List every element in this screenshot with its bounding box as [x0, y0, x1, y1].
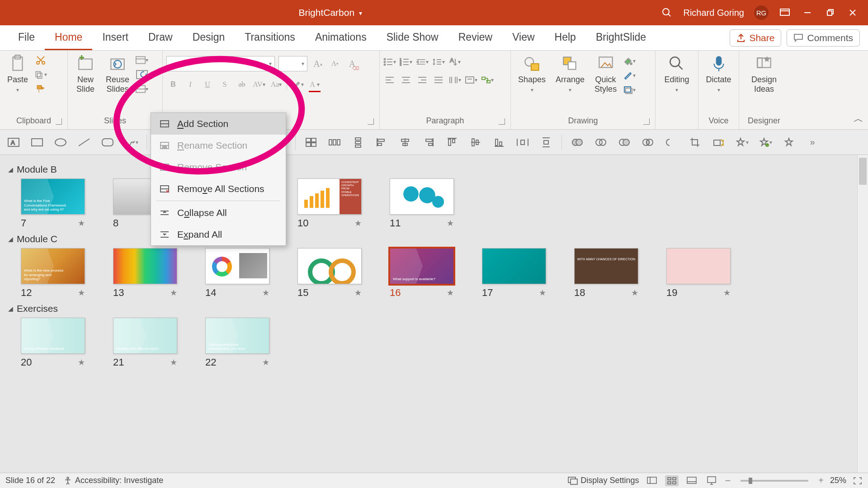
line-icon[interactable]: [76, 136, 92, 149]
dialog-launcher-icon[interactable]: [368, 118, 374, 125]
arrange-button[interactable]: Arrange▾: [552, 52, 588, 95]
decrease-font-icon[interactable]: A▾: [328, 57, 342, 70]
section-icon[interactable]: ▾: [136, 83, 148, 95]
change-case-icon[interactable]: Aa▾: [269, 78, 283, 91]
reading-view-icon[interactable]: [685, 475, 698, 486]
section-header[interactable]: ◢Module C: [8, 234, 849, 244]
line-spacing-icon[interactable]: ▾: [432, 56, 445, 68]
collapse-triangle-icon[interactable]: ◢: [8, 166, 13, 173]
italic-button[interactable]: I: [184, 78, 197, 91]
slide-sorter-view-icon[interactable]: [665, 475, 679, 486]
subtract-icon[interactable]: [663, 136, 679, 149]
bold-button[interactable]: B: [166, 78, 180, 91]
star-play-icon[interactable]: ▾: [757, 136, 774, 149]
distribute-h-icon[interactable]: [326, 136, 343, 149]
dialog-launcher-icon[interactable]: [499, 118, 505, 125]
slide-thumbnail[interactable]: What is the new process for arranging an…: [21, 248, 85, 299]
text-direction-icon[interactable]: A▾: [448, 56, 461, 68]
ctx-collapse[interactable]: Collapse All: [151, 202, 286, 224]
ctx-removeall[interactable]: Remove All Sections: [151, 178, 286, 200]
ctx-expand[interactable]: Expand All: [151, 224, 286, 245]
zoom-level[interactable]: 25%: [830, 476, 846, 485]
chevron-down-icon[interactable]: ▾: [359, 9, 362, 17]
tab-file[interactable]: File: [8, 27, 45, 50]
font-color-icon[interactable]: A▾: [308, 78, 321, 91]
align-center-icon[interactable]: [400, 74, 412, 86]
tab-slideshow[interactable]: Slide Show: [377, 27, 448, 50]
tab-home[interactable]: Home: [45, 27, 92, 50]
fragment-icon[interactable]: [616, 136, 632, 149]
dictate-button[interactable]: Dictate▾: [702, 52, 735, 95]
shapes-button[interactable]: Shapes▾: [514, 52, 549, 95]
smartart-icon[interactable]: ▾: [481, 74, 494, 86]
rounded-rect-icon[interactable]: [99, 136, 116, 149]
slide-thumbnail[interactable]: 14★: [205, 248, 269, 299]
align-middle-obj-icon[interactable]: [467, 136, 484, 149]
align-top-obj-icon[interactable]: [444, 136, 460, 149]
align-left-icon[interactable]: [383, 74, 396, 86]
numbering-icon[interactable]: 123▾: [400, 56, 412, 68]
collapse-triangle-icon[interactable]: ◢: [8, 235, 13, 243]
union-icon[interactable]: [569, 136, 585, 149]
animation-pane-icon[interactable]: [781, 136, 797, 149]
oval-icon[interactable]: [52, 136, 69, 149]
tab-help[interactable]: Help: [545, 27, 586, 50]
quick-styles-button[interactable]: Quick Styles: [591, 52, 620, 95]
slide-thumbnail[interactable]: Dealing with difficult topics21★: [113, 318, 177, 368]
animation-painter-icon[interactable]: [710, 136, 726, 149]
cut-icon[interactable]: [34, 54, 47, 66]
search-icon[interactable]: [660, 6, 673, 19]
reset-icon[interactable]: [136, 69, 148, 80]
align-right-obj-icon[interactable]: [420, 136, 437, 149]
shadow-button[interactable]: ab: [235, 78, 249, 91]
collapse-ribbon-icon[interactable]: ︿: [854, 112, 863, 126]
layout-icon[interactable]: ▾: [136, 54, 148, 66]
slide-thumbnail[interactable]: 13★: [113, 248, 177, 299]
indent-dec-icon[interactable]: ▾: [416, 56, 429, 68]
intersect-icon[interactable]: [640, 136, 656, 149]
tab-animations[interactable]: Animations: [305, 27, 377, 50]
minimize-icon[interactable]: [801, 6, 814, 19]
selection-pane-icon[interactable]: [303, 136, 319, 149]
justify-icon[interactable]: [432, 74, 445, 86]
collapse-triangle-icon[interactable]: ◢: [8, 305, 13, 312]
dist-vert-icon[interactable]: [538, 136, 554, 149]
font-size-combo[interactable]: ▾: [278, 56, 307, 71]
align-text-icon[interactable]: ▾: [465, 74, 477, 86]
tab-transitions[interactable]: Transitions: [235, 27, 305, 50]
char-spacing-icon[interactable]: AV▾: [252, 78, 266, 91]
zoom-slider[interactable]: [741, 480, 808, 482]
slide-thumbnail[interactable]: Tracking employee development over time2…: [205, 318, 269, 368]
document-title[interactable]: BrightCarbon▾: [0, 7, 660, 18]
paste-button[interactable]: Paste▾: [4, 52, 32, 95]
strike-button[interactable]: S: [218, 78, 231, 91]
format-painter-icon[interactable]: [34, 83, 47, 95]
slide-thumbnail[interactable]: 15★: [297, 248, 362, 299]
slide-thumbnail[interactable]: What support is available?16★: [390, 248, 454, 299]
columns-icon[interactable]: ▾: [448, 74, 461, 86]
dialog-launcher-icon[interactable]: [643, 118, 650, 125]
design-ideas-button[interactable]: Design Ideas: [748, 52, 780, 95]
slide-thumbnail[interactable]: 19★: [666, 248, 731, 299]
accessibility-status[interactable]: Accessibility: Investigate: [63, 476, 163, 485]
copy-icon[interactable]: ▾: [34, 69, 47, 80]
tab-draw[interactable]: Draw: [138, 27, 183, 50]
avatar[interactable]: RG: [754, 5, 769, 20]
slide-thumbnail[interactable]: 17★: [482, 248, 546, 299]
align-right-icon[interactable]: [416, 74, 429, 86]
slide-thumbnail[interactable]: Giving effective feedback20★: [21, 318, 85, 368]
slide-thumbnail[interactable]: CONSISTENT GROWTH FROM STABLE OPERATIONS…: [297, 178, 362, 229]
comments-button[interactable]: Comments: [787, 29, 860, 47]
ctx-add[interactable]: Add Section: [151, 113, 286, 135]
close-icon[interactable]: [846, 6, 859, 19]
align-center-obj-icon[interactable]: [397, 136, 413, 149]
dist-horiz-icon[interactable]: [514, 136, 531, 149]
slide-thumbnail[interactable]: 11★: [390, 178, 454, 229]
display-settings-button[interactable]: Display Settings: [568, 476, 639, 485]
section-header[interactable]: ◢Exercises: [8, 303, 849, 314]
highlight-icon[interactable]: ▾: [291, 78, 304, 91]
align-left-obj-icon[interactable]: [373, 136, 390, 149]
distribute-v-icon[interactable]: [350, 136, 366, 149]
user-name[interactable]: Richard Goring: [683, 8, 744, 18]
slide-sorter[interactable]: ◢Module BWhat is the Five Conversations …: [0, 155, 857, 473]
